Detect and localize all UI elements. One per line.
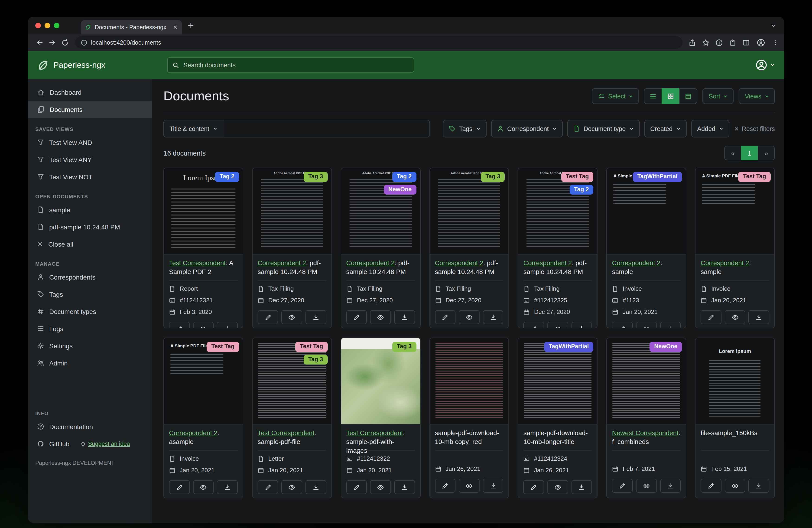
tag-badge[interactable]: Tag 2 (215, 172, 239, 182)
sidebar-item-test-view-not[interactable]: Test View NOT (28, 168, 152, 185)
edit-button[interactable] (169, 480, 190, 494)
download-button[interactable] (394, 310, 415, 324)
bookmark-star-icon[interactable] (702, 39, 709, 46)
tab-search-chevron-icon[interactable] (771, 23, 784, 29)
tab-close-icon[interactable] (173, 25, 178, 30)
document-thumbnail[interactable]: Lorem ipsum (695, 338, 774, 425)
edit-button[interactable] (700, 310, 721, 324)
view-button[interactable] (281, 310, 302, 324)
tag-badge[interactable]: Tag 2 (569, 185, 593, 195)
tag-badge[interactable]: Test Tag (207, 342, 239, 352)
document-card[interactable]: Lorem Ipsum Tag 2 Test Correspondent: A … (163, 168, 243, 328)
back-icon[interactable] (33, 36, 46, 49)
download-button[interactable] (483, 479, 504, 493)
document-card[interactable]: Adobe Acrobat PDF Files Tag 3 Correspond… (252, 168, 332, 328)
table-view-button[interactable] (679, 88, 698, 104)
extensions-puzzle-icon[interactable] (729, 39, 736, 46)
document-card[interactable]: A Simple PDF File Test Tag Correspondent… (163, 338, 243, 498)
sidebar-item-document-types[interactable]: Document types (28, 303, 152, 320)
download-button[interactable] (305, 310, 326, 324)
download-button[interactable] (394, 480, 415, 494)
correspondent-filter-button[interactable]: Correspondent (491, 120, 563, 138)
document-type-row[interactable]: Tax Filing (346, 283, 415, 295)
date-row[interactable]: Jan 20, 2021 (258, 465, 327, 476)
date-row[interactable]: Feb 7, 2021 (612, 463, 681, 475)
tag-badge[interactable]: Test Tag (561, 172, 593, 182)
document-card[interactable]: Test TagTag 3 Test Correspondent: sample… (252, 338, 332, 498)
edit-button[interactable] (523, 480, 544, 494)
site-info-icon[interactable] (81, 39, 87, 46)
document-correspondent-link[interactable]: Correspondent 2 (700, 259, 749, 267)
document-thumbnail[interactable]: Test TagTag 3 (252, 338, 332, 425)
document-card[interactable]: sample-pdf-download-10-mb copy_red Jan 2… (429, 338, 509, 498)
previous-page-button[interactable]: « (724, 146, 741, 160)
sidebar-item-dashboard[interactable]: Dashboard (28, 84, 152, 101)
edit-button[interactable] (346, 480, 367, 494)
info-badge-icon[interactable] (715, 39, 723, 46)
document-thumbnail[interactable]: NewOne (607, 338, 686, 425)
tag-badge[interactable]: NewOne (650, 342, 682, 352)
document-thumbnail[interactable]: Adobe Acrobat PDF Files Tag 3 (430, 168, 509, 255)
document-thumbnail[interactable]: Adobe Acrobat PDF Files Tag 2NewOne (341, 168, 420, 255)
edit-button[interactable] (346, 310, 367, 324)
download-button[interactable] (749, 310, 769, 324)
view-button[interactable] (636, 322, 657, 328)
sidebar-item-github[interactable]: GitHub Suggest an idea (28, 435, 152, 452)
view-button[interactable] (547, 322, 568, 328)
document-correspondent-link[interactable]: Newest Correspondent (612, 429, 679, 437)
date-row[interactable]: Jan 20, 2021 (700, 295, 769, 306)
reload-icon[interactable] (58, 36, 71, 49)
sidebar-item-test-view-any[interactable]: Test View ANY (28, 151, 152, 168)
edit-button[interactable] (169, 322, 190, 328)
sidebar-item-tags[interactable]: Tags (28, 286, 152, 303)
new-tab-button[interactable] (188, 22, 194, 29)
view-button[interactable] (725, 479, 745, 493)
document-card[interactable]: A Simple PDF File TagWithPartial Corresp… (607, 168, 686, 328)
forward-icon[interactable] (46, 36, 58, 49)
tag-badge[interactable]: NewOne (384, 185, 416, 195)
date-row[interactable]: Jan 20, 2021 (346, 465, 415, 476)
document-thumbnail[interactable] (430, 338, 509, 425)
sort-button[interactable]: Sort (703, 88, 734, 104)
tag-badge[interactable]: Tag 3 (481, 172, 505, 182)
view-button[interactable] (370, 310, 391, 324)
added-filter-button[interactable]: Added (691, 120, 729, 138)
document-correspondent-link[interactable]: Correspondent 2 (612, 259, 661, 267)
tag-badge[interactable]: Tag 2 (392, 172, 416, 182)
asn-row[interactable]: #1123 (612, 295, 681, 306)
view-button[interactable] (547, 480, 568, 494)
date-row[interactable]: Dec 27, 2020 (258, 295, 327, 306)
document-thumbnail[interactable]: Tag 3 (341, 338, 420, 425)
browser-profile-avatar[interactable] (756, 38, 766, 47)
download-button[interactable] (571, 322, 592, 328)
sidebar-open-document-pdf-sample[interactable]: pdf-sample 10.24.48 PM (28, 218, 152, 236)
current-page-button[interactable]: 1 (741, 146, 758, 160)
edit-button[interactable] (612, 479, 633, 493)
asn-row[interactable]: #112412322 (346, 453, 415, 465)
date-row[interactable]: Jan 26, 2021 (523, 465, 592, 476)
document-correspondent-link[interactable]: Correspondent 2 (169, 429, 218, 437)
view-button[interactable] (459, 479, 479, 493)
view-button[interactable] (193, 480, 214, 494)
download-button[interactable] (217, 322, 237, 328)
share-icon[interactable] (688, 39, 696, 46)
document-card[interactable]: Tag 3 Test Correspondent: sample-pdf-wit… (340, 338, 420, 498)
side-panel-icon[interactable] (742, 39, 750, 46)
sidebar-item-documentation[interactable]: Documentation (28, 418, 152, 435)
minimize-window-button[interactable] (45, 23, 50, 28)
sidebar-item-documents[interactable]: Documents (28, 101, 152, 118)
sidebar-item-correspondents[interactable]: Correspondents (28, 268, 152, 286)
edit-button[interactable] (700, 479, 721, 493)
download-button[interactable] (660, 322, 681, 328)
sidebar-item-test-view-and[interactable]: Test View AND (28, 134, 152, 151)
sidebar-open-document-sample[interactable]: sample (28, 201, 152, 218)
browser-menu-kebab-icon[interactable] (772, 39, 779, 46)
document-type-row[interactable]: Letter (258, 453, 327, 465)
document-card[interactable]: Adobe Acrobat PDF Files Tag 2NewOne Corr… (340, 168, 420, 328)
document-card[interactable]: TagWithPartial sample-pdf-download-10-mb… (518, 338, 598, 498)
tags-filter-button[interactable]: Tags (443, 120, 486, 138)
document-thumbnail[interactable]: Adobe Acrobat PDF Files Tag 3 (252, 168, 332, 255)
browser-tab[interactable]: Documents - Paperless-ngx (81, 20, 182, 34)
document-correspondent-link[interactable]: Correspondent 2 (435, 259, 483, 267)
tag-badge[interactable]: TagWithPartial (633, 172, 682, 182)
